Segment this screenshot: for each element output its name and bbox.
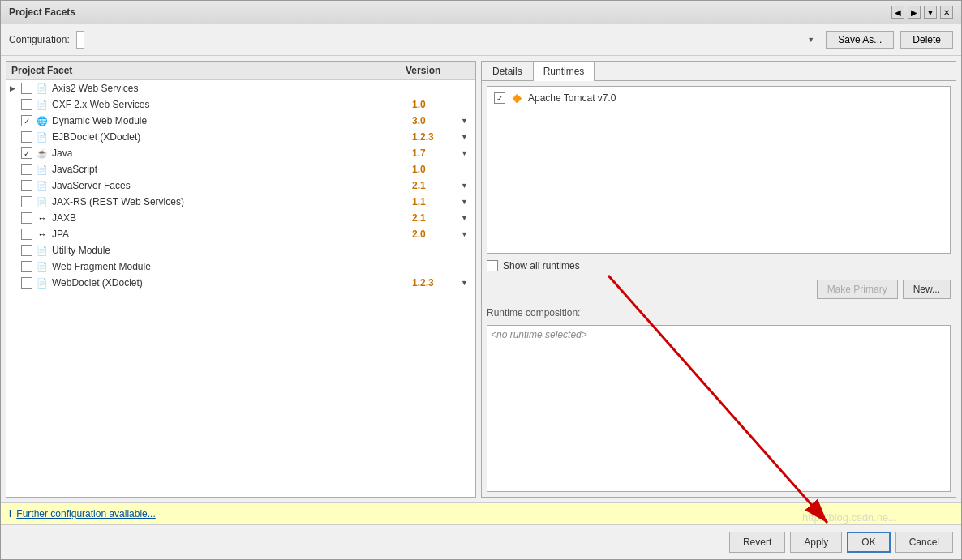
facet-icon: 📄 [36,179,49,192]
facet-checkbox[interactable] [21,261,32,272]
version-dropdown-arrow[interactable]: ▼ [461,230,472,238]
expand-arrow[interactable]: ▶ [10,84,21,92]
version-dropdown-arrow[interactable]: ▼ [461,149,472,157]
dropdown-button[interactable]: ▼ [924,6,937,19]
facet-name: JAXB [52,212,412,224]
make-primary-button[interactable]: Make Primary [817,280,898,299]
facet-name: JavaScript [52,164,412,175]
facet-checkbox[interactable] [21,245,32,256]
facet-checkbox[interactable] [21,147,32,159]
facet-icon: 📄 [36,276,49,289]
further-config-link[interactable]: Further configuration available... [16,508,155,519]
config-label: Configuration: [9,34,70,45]
facet-row[interactable]: 📄 Web Fragment Module [6,259,475,275]
facet-checkbox[interactable] [21,277,32,289]
facet-version: 1.2.3 [412,131,461,143]
facet-checkbox[interactable] [21,131,32,143]
apply-button[interactable]: Apply [790,532,842,553]
facet-row[interactable]: 📄 WebDoclet (XDoclet) 1.2.3 ▼ [6,275,475,291]
facet-checkbox[interactable] [21,99,32,110]
facet-row[interactable]: ↔ JAXB 2.1 ▼ [6,210,475,226]
facet-row[interactable]: ↔ JPA 2.0 ▼ [6,226,475,242]
button-row: Revert Apply OK Cancel [1,524,961,559]
facet-icon: 📄 [36,82,49,95]
version-dropdown-arrow[interactable]: ▼ [461,198,472,206]
runtime-icon: 🔶 [510,92,523,105]
version-dropdown-arrow[interactable]: ▼ [461,117,472,125]
bottom-bar: i Further configuration available... [1,502,961,524]
facet-row[interactable]: 📄 JavaScript 1.0 [6,161,475,177]
title-bar-controls: ◀ ▶ ▼ ✕ [891,6,953,19]
facet-checkbox[interactable] [21,83,32,94]
cancel-button[interactable]: Cancel [895,532,953,553]
back-button[interactable]: ◀ [891,6,904,19]
facet-icon: 📄 [36,98,49,111]
save-as-button[interactable]: Save As... [826,31,894,49]
facet-name: JavaServer Faces [52,180,412,191]
facet-icon: ↔ [36,228,49,241]
new-button[interactable]: New... [903,280,951,299]
config-select[interactable] [76,31,84,49]
config-select-wrapper [76,31,820,49]
facet-version: 2.0 [412,229,461,240]
info-icon: i [9,508,11,519]
facet-row[interactable]: 🌐 Dynamic Web Module 3.0 ▼ [6,113,475,129]
facet-version: 1.0 [412,164,461,175]
version-dropdown-arrow[interactable]: ▼ [461,214,472,222]
facet-row[interactable]: ▶ 📄 Axis2 Web Services [6,80,475,96]
config-row: Configuration: Save As... Delete [1,24,961,56]
facet-row[interactable]: ☕ Java 1.7 ▼ [6,145,475,161]
composition-label: Runtime composition: [487,306,951,320]
ok-button[interactable]: OK [847,532,890,553]
facet-checkbox[interactable] [21,229,32,240]
facet-checkbox[interactable] [21,212,32,224]
facet-row[interactable]: 📄 JAX-RS (REST Web Services) 1.1 ▼ [6,194,475,210]
facet-version: 1.1 [412,196,461,207]
tab-runtimes[interactable]: Runtimes [533,62,595,81]
facet-row[interactable]: 📄 EJBDoclet (XDoclet) 1.2.3 ▼ [6,129,475,145]
facet-name: CXF 2.x Web Services [52,99,412,110]
facet-row[interactable]: 📄 Utility Module [6,242,475,259]
tab-details[interactable]: Details [482,62,533,80]
dialog-title: Project Facets [9,6,75,18]
composition-box: <no runtime selected> [487,325,951,493]
facet-name: WebDoclet (XDoclet) [52,277,412,289]
facet-row[interactable]: 📄 CXF 2.x Web Services 1.0 [6,96,475,113]
facet-checkbox[interactable] [21,115,32,126]
facet-checkbox[interactable] [21,196,32,207]
runtimes-list: 🔶 Apache Tomcat v7.0 [487,86,951,254]
facet-name: Dynamic Web Module [52,115,412,126]
title-bar: Project Facets ◀ ▶ ▼ ✕ [1,1,961,24]
close-button[interactable]: ✕ [940,6,953,19]
runtime-item[interactable]: 🔶 Apache Tomcat v7.0 [491,90,947,106]
facet-name: Java [52,147,412,159]
facet-icon: 📄 [36,244,49,257]
facet-version: 2.1 [412,180,461,191]
main-content: Project Facet Version ▶ 📄 Axis2 Web Serv… [1,56,961,502]
runtime-checkbox[interactable] [494,92,505,104]
revert-button[interactable]: Revert [729,532,785,553]
facet-row[interactable]: 📄 JavaServer Faces 2.1 ▼ [6,177,475,194]
facet-checkbox[interactable] [21,180,32,191]
col-version-header: Version [406,65,470,76]
tabs: Details Runtimes [482,62,956,81]
facet-checkbox[interactable] [21,164,32,175]
facet-version: 1.0 [412,99,461,110]
forward-button[interactable]: ▶ [908,6,921,19]
facet-version: 1.7 [412,147,461,159]
facet-version: 2.1 [412,212,461,224]
version-dropdown-arrow[interactable]: ▼ [461,133,472,141]
facet-icon: 📄 [36,260,49,273]
show-all-checkbox[interactable] [487,260,498,271]
left-panel: Project Facet Version ▶ 📄 Axis2 Web Serv… [6,61,476,498]
facet-icon: 📄 [36,195,49,208]
facets-header: Project Facet Version [6,62,475,80]
delete-button[interactable]: Delete [900,31,953,49]
composition-placeholder: <no runtime selected> [491,329,587,340]
version-dropdown-arrow[interactable]: ▼ [461,279,472,287]
version-dropdown-arrow[interactable]: ▼ [461,182,472,190]
facet-version: 1.2.3 [412,277,461,289]
show-all-label: Show all runtimes [503,260,580,271]
facet-name: JAX-RS (REST Web Services) [52,196,412,207]
facet-name: Utility Module [52,245,412,256]
